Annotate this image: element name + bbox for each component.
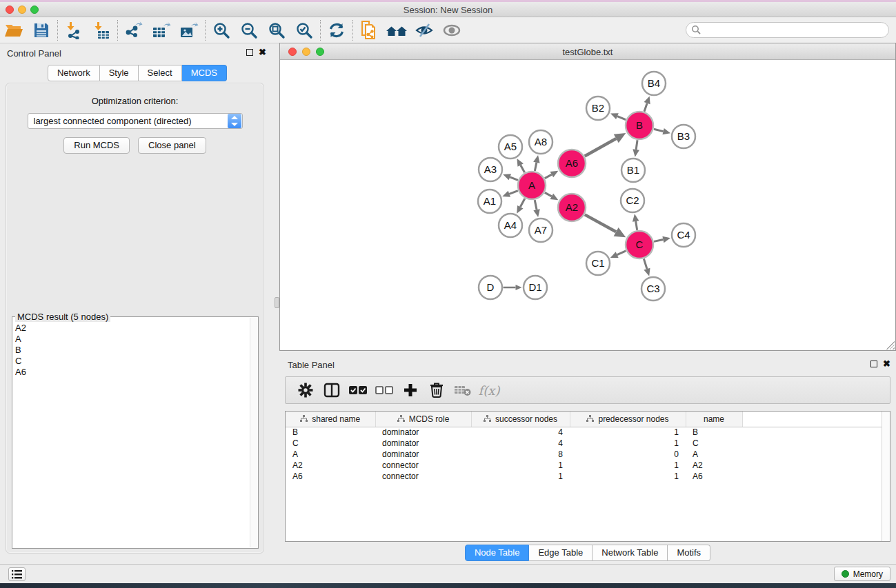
graph-node-B4[interactable]: B4 xyxy=(642,72,666,95)
graph-node-B[interactable]: B xyxy=(626,112,653,139)
graph-node-A4[interactable]: A4 xyxy=(499,214,522,237)
deselect-all-checkboxes-icon[interactable] xyxy=(371,379,397,401)
close-panel-button[interactable]: Close panel xyxy=(138,137,206,154)
add-column-icon[interactable] xyxy=(397,379,424,401)
graph-edge xyxy=(636,221,637,230)
search-field[interactable] xyxy=(686,22,889,38)
refresh-layout-icon[interactable] xyxy=(323,19,350,41)
function-builder-icon[interactable]: f(x) xyxy=(476,379,502,401)
select-all-checkboxes-icon[interactable] xyxy=(345,379,371,401)
column-header-name[interactable]: name xyxy=(686,412,742,427)
table-cell: B xyxy=(686,427,742,438)
graph-edge-arrowhead xyxy=(516,285,522,290)
graph-node-A1[interactable]: A1 xyxy=(478,190,501,213)
show-all-eye-icon[interactable] xyxy=(438,19,466,41)
graph-node-B3[interactable]: B3 xyxy=(672,125,695,148)
column-header-mcds-role[interactable]: MCDS role xyxy=(375,412,471,427)
task-history-button[interactable] xyxy=(8,567,26,581)
export-image-icon[interactable] xyxy=(175,19,203,41)
split-panel-icon[interactable] xyxy=(319,379,345,401)
open-file-icon[interactable] xyxy=(0,19,28,41)
column-header-predecessor-nodes[interactable]: predecessor nodes xyxy=(570,412,686,427)
dropdown-stepper-icon[interactable] xyxy=(228,114,241,128)
graph-edge xyxy=(535,200,537,210)
zoom-selected-icon[interactable] xyxy=(290,19,318,41)
mcds-result-item[interactable]: C xyxy=(15,356,248,367)
tab-motifs[interactable]: Motifs xyxy=(668,545,710,561)
optimization-criterion-dropdown[interactable]: largest connected component (directed) xyxy=(28,113,243,129)
table-row[interactable]: Adominator80A xyxy=(286,449,882,460)
memory-status-icon xyxy=(842,570,849,578)
graph-edge-arrowhead xyxy=(533,155,539,163)
graph-node-B1[interactable]: B1 xyxy=(621,159,645,182)
float-panel-icon[interactable] xyxy=(870,361,877,367)
hide-selected-eye-icon[interactable] xyxy=(410,19,438,41)
graph-node-C1[interactable]: C1 xyxy=(586,252,610,275)
tab-style[interactable]: Style xyxy=(100,65,139,81)
graph-edge xyxy=(510,177,518,180)
graph-node-A[interactable]: A xyxy=(518,172,546,199)
tab-node-table[interactable]: Node Table xyxy=(465,545,530,561)
table-cell: 1 xyxy=(570,438,686,449)
home-networks-icon[interactable] xyxy=(383,19,410,41)
table-row[interactable]: A6connector11A6 xyxy=(286,471,882,482)
mcds-result-item[interactable]: B xyxy=(15,345,248,356)
graph-node-A2[interactable]: A2 xyxy=(558,194,586,221)
clipboard-network-icon[interactable] xyxy=(355,19,383,41)
panel-divider-grip[interactable] xyxy=(275,297,279,308)
tab-network[interactable]: Network xyxy=(48,65,100,81)
graph-node-B2[interactable]: B2 xyxy=(586,97,610,120)
zoom-in-icon[interactable] xyxy=(208,19,235,41)
mcds-result-item[interactable]: A6 xyxy=(15,367,248,378)
table-cell: dominator xyxy=(375,427,471,438)
graph-node-A3[interactable]: A3 xyxy=(479,158,502,181)
svg-text:C3: C3 xyxy=(646,283,659,294)
delete-column-trash-icon[interactable] xyxy=(424,379,450,401)
tab-network-table[interactable]: Network Table xyxy=(593,545,668,561)
table-row[interactable]: Cdominator41C xyxy=(286,438,882,449)
search-input[interactable] xyxy=(701,24,888,37)
import-table-icon[interactable] xyxy=(88,19,115,41)
tab-edge-table[interactable]: Edge Table xyxy=(529,545,593,561)
mcds-result-scrollbar[interactable] xyxy=(250,318,257,547)
table-scrollbar[interactable] xyxy=(882,412,890,541)
mcds-result-item[interactable]: A2 xyxy=(15,323,248,334)
zoom-out-icon[interactable] xyxy=(235,19,263,41)
memory-button[interactable]: Memory xyxy=(834,567,890,581)
node-table: shared name MCDS role successor nodes pr… xyxy=(285,411,890,542)
column-header-shared-name[interactable]: shared name xyxy=(286,412,375,427)
graph-edge-arrowhead xyxy=(633,149,639,156)
delete-table-icon[interactable] xyxy=(450,379,476,401)
save-session-icon[interactable] xyxy=(28,19,55,41)
settings-gear-icon[interactable] xyxy=(292,379,319,401)
resize-grip-icon[interactable] xyxy=(886,341,895,349)
graph-node-A5[interactable]: A5 xyxy=(499,135,522,159)
graph-edge xyxy=(654,129,664,131)
close-panel-icon[interactable]: ✖ xyxy=(883,361,890,367)
application-window: Session: New Session xyxy=(0,0,896,588)
close-panel-icon[interactable]: ✖ xyxy=(259,49,266,56)
import-network-icon[interactable] xyxy=(60,19,88,41)
graph-edge xyxy=(545,192,552,196)
graph-node-A6[interactable]: A6 xyxy=(558,150,586,177)
mcds-result-item[interactable]: A xyxy=(15,334,248,345)
export-table-icon[interactable] xyxy=(148,19,175,41)
column-header-successor-nodes[interactable]: successor nodes xyxy=(471,412,570,427)
table-row[interactable]: A2connector11A2 xyxy=(286,460,882,471)
graph-node-D[interactable]: D xyxy=(479,276,502,299)
run-mcds-button[interactable]: Run MCDS xyxy=(63,137,130,154)
tab-select[interactable]: Select xyxy=(139,65,182,81)
export-network-icon[interactable] xyxy=(120,19,148,41)
zoom-fit-icon[interactable] xyxy=(263,19,290,41)
float-panel-icon[interactable] xyxy=(246,49,253,56)
graph-node-C3[interactable]: C3 xyxy=(641,277,665,301)
table-row[interactable]: Bdominator41B xyxy=(286,427,882,438)
graph-node-A7[interactable]: A7 xyxy=(529,219,552,242)
tab-mcds[interactable]: MCDS xyxy=(182,65,227,81)
network-graph-canvas[interactable]: A5A8A3A1A4A7AA6A2BB1B2B3B4CC1C2C3C4DD1 xyxy=(280,60,895,350)
graph-node-D1[interactable]: D1 xyxy=(524,276,547,299)
graph-node-C2[interactable]: C2 xyxy=(621,189,644,212)
graph-node-C4[interactable]: C4 xyxy=(672,223,695,247)
graph-node-A8[interactable]: A8 xyxy=(529,130,552,154)
graph-node-C[interactable]: C xyxy=(626,231,653,258)
